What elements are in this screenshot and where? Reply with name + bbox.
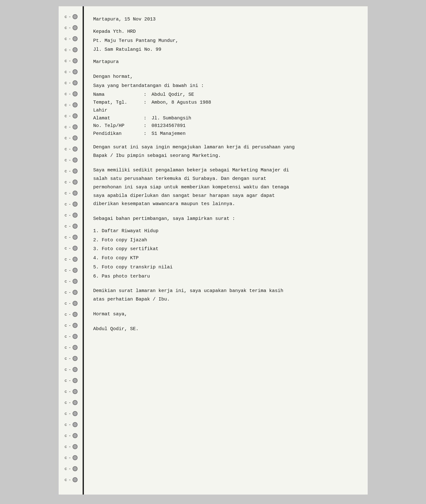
hole-circle-27 xyxy=(73,312,78,317)
hole-dash-22: - xyxy=(69,257,71,262)
left-margin: c-c-c-c-c-c-c-c-c-c-c-c-c-c-c-c-c-c-c-c-… xyxy=(59,6,84,495)
signature-line: Abdul Qodir, SE. xyxy=(93,325,355,333)
hole-circle-18 xyxy=(73,213,78,218)
hole-circle-40 xyxy=(73,455,78,460)
date-line: Martapura, 15 Nov 2013 xyxy=(93,16,355,24)
hole-circle-0 xyxy=(73,14,78,19)
list-item-6: 6. Pas photo terbaru xyxy=(93,273,355,281)
hole-circle-38 xyxy=(73,433,78,438)
para2-text3: permohonan ini saya siap untuk memberika… xyxy=(93,184,289,192)
hole-dash-24: - xyxy=(69,279,71,284)
hole-c-letter-41: c xyxy=(65,467,67,471)
hole-c-letter-33: c xyxy=(65,378,67,383)
hole-item-32: c- xyxy=(59,367,84,372)
hole-dash-42: - xyxy=(69,478,71,482)
telp-row: No. Telp/HP : 081234567891 xyxy=(93,122,355,130)
hole-dash-35: - xyxy=(69,400,71,405)
hole-item-40: c- xyxy=(59,455,84,460)
hole-item-6: c- xyxy=(59,80,84,85)
hole-c-letter-40: c xyxy=(65,455,67,460)
hole-c-letter-23: c xyxy=(65,268,67,273)
hole-circle-39 xyxy=(73,444,78,449)
closing-text2: atas perhatian Bapak / Ibu. xyxy=(93,296,170,304)
ttl-colon: : xyxy=(144,99,152,115)
hole-dash-27: - xyxy=(69,312,71,317)
hole-circle-13 xyxy=(73,158,78,163)
hole-c-letter-6: c xyxy=(65,81,67,85)
para2-line5: diberikan kesempatan wawancara maupun te… xyxy=(93,200,355,208)
hole-circle-21 xyxy=(73,246,78,251)
hole-item-24: c- xyxy=(59,279,84,284)
closing-line1: Demikian surat lamaran kerja ini, saya u… xyxy=(93,287,355,295)
hole-item-0: c- xyxy=(59,14,84,19)
hole-item-19: c- xyxy=(59,224,84,229)
hole-dash-12: - xyxy=(69,147,71,152)
hole-circle-11 xyxy=(73,135,78,140)
hole-circle-33 xyxy=(73,378,78,383)
item2-text: 2. Foto copy Ijazah xyxy=(93,238,147,243)
list-item-3: 3. Foto copy sertifikat xyxy=(93,245,355,253)
para2-line2: salah satu perusahaan terkemuka di Surab… xyxy=(93,175,355,183)
hole-circle-15 xyxy=(73,180,78,185)
item3-text: 3. Foto copy sertifikat xyxy=(93,246,159,252)
hole-item-7: c- xyxy=(59,91,84,96)
list-item-5: 5. Foto copy transkrip nilai xyxy=(93,264,355,272)
hole-item-22: c- xyxy=(59,257,84,262)
hole-c-letter-11: c xyxy=(65,136,67,140)
greeting-text: Dengan hormat, xyxy=(93,74,133,79)
hormat-text: Hormat saya, xyxy=(93,312,127,317)
para2-text1: Saya memiliki sedikit pengalaman bekerja… xyxy=(93,167,289,175)
hole-circle-41 xyxy=(73,466,78,471)
hole-dash-36: - xyxy=(69,411,71,416)
hole-item-37: c- xyxy=(59,422,84,427)
pendidikan-colon: : xyxy=(144,130,152,138)
hole-dash-23: - xyxy=(69,268,71,273)
hole-c-letter-17: c xyxy=(65,202,67,207)
hole-dash-3: - xyxy=(69,48,71,52)
hole-dash-16: - xyxy=(69,191,71,196)
closing: Demikian surat lamaran kerja ini, saya u… xyxy=(93,287,355,304)
hole-dash-37: - xyxy=(69,422,71,427)
hole-item-18: c- xyxy=(59,213,84,218)
hole-dash-31: - xyxy=(69,356,71,361)
hole-item-13: c- xyxy=(59,158,84,163)
para1: Dengan surat ini saya ingin mengajukan l… xyxy=(93,144,355,160)
hole-item-28: c- xyxy=(59,323,84,328)
ttl-label: Tempat, Tgl. Lahir xyxy=(93,99,144,115)
hole-dash-34: - xyxy=(69,389,71,394)
hole-item-25: c- xyxy=(59,290,84,295)
item4-text: 4. Foto copy KTP xyxy=(93,255,139,261)
hole-item-42: c- xyxy=(59,477,84,482)
hole-item-35: c- xyxy=(59,400,84,405)
hole-c-letter-34: c xyxy=(65,389,67,394)
hole-c-letter-39: c xyxy=(65,444,67,449)
hole-dash-18: - xyxy=(69,213,71,218)
hole-item-36: c- xyxy=(59,411,84,416)
hole-item-14: c- xyxy=(59,169,84,174)
hole-circle-9 xyxy=(73,113,78,118)
hole-item-27: c- xyxy=(59,312,84,317)
item6-text: 6. Pas photo terbaru xyxy=(93,274,150,279)
hormat-line: Hormat saya, xyxy=(93,311,355,318)
hole-circle-23 xyxy=(73,268,78,273)
hole-c-letter-10: c xyxy=(65,125,67,129)
hole-c-letter-16: c xyxy=(65,191,67,196)
hole-dash-17: - xyxy=(69,202,71,207)
hole-item-31: c- xyxy=(59,356,84,361)
hole-dash-13: - xyxy=(69,158,71,163)
closing-text1: Demikian surat lamaran kerja ini, saya u… xyxy=(93,287,283,295)
hole-c-letter-42: c xyxy=(65,478,67,482)
pendidikan-value: S1 Manajemen xyxy=(152,130,355,138)
holes-container: c-c-c-c-c-c-c-c-c-c-c-c-c-c-c-c-c-c-c-c-… xyxy=(59,6,84,495)
list-item-2: 2. Foto copy Ijazah xyxy=(93,237,355,244)
pendidikan-row: Pendidikan : S1 Manajemen xyxy=(93,130,355,138)
hole-dash-15: - xyxy=(69,180,71,185)
hole-item-5: c- xyxy=(59,69,84,74)
hole-circle-8 xyxy=(73,102,78,107)
hole-c-letter-2: c xyxy=(65,37,67,41)
hole-dash-20: - xyxy=(69,235,71,240)
telp-label: No. Telp/HP xyxy=(93,122,144,130)
para1-line1: Dengan surat ini saya ingin mengajukan l… xyxy=(93,144,355,152)
hole-c-letter-35: c xyxy=(65,400,67,405)
ttl-row: Tempat, Tgl. Lahir : Ambon, 8 Agustus 19… xyxy=(93,99,355,115)
